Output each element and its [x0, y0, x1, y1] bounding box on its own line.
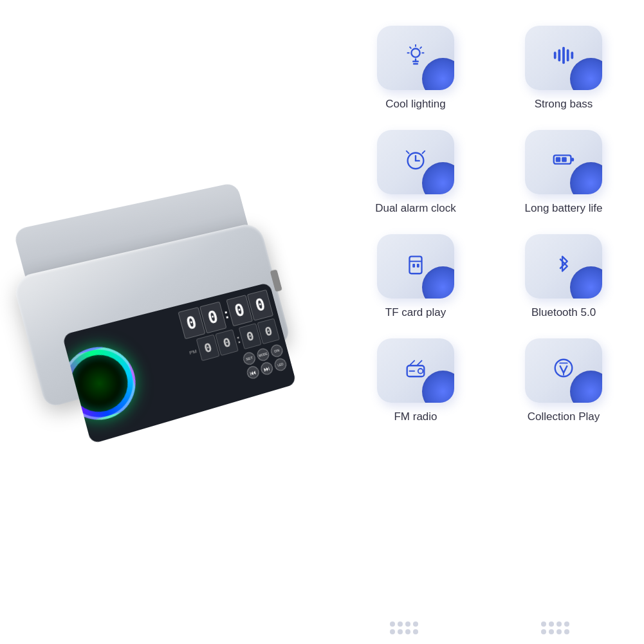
feature-item-tf-card: TF card play [348, 234, 483, 319]
tf-card-icon [403, 252, 428, 282]
svg-rect-12 [567, 49, 569, 61]
feature-icon-box-cool-lighting [377, 26, 454, 90]
feature-label-fm-radio: FM radio [394, 410, 437, 423]
svg-rect-22 [562, 157, 567, 162]
svg-rect-21 [556, 157, 561, 162]
svg-rect-23 [410, 256, 422, 273]
feature-item-long-battery: Long battery life [496, 130, 631, 215]
decorative-dots [328, 621, 631, 634]
feature-icon-box-collection-play [525, 338, 602, 403]
btn-set[interactable]: SET [242, 351, 257, 366]
feature-item-strong-bass: Strong bass [496, 26, 631, 111]
svg-rect-13 [571, 51, 573, 59]
feature-label-collection-play: Collection Play [528, 410, 600, 423]
soundwave-icon [551, 43, 576, 73]
feature-item-bluetooth: Bluetooth 5.0 [496, 234, 631, 319]
feature-label-bluetooth: Bluetooth 5.0 [531, 306, 596, 319]
feature-icon-box-strong-bass [525, 26, 602, 90]
radio-icon [403, 356, 428, 386]
feature-icon-box-fm-radio [377, 338, 454, 403]
side-button[interactable] [270, 269, 282, 291]
features-grid: Cool lightingStrong bassDual alarm clock… [348, 26, 631, 423]
feature-label-tf-card: TF card play [385, 306, 446, 319]
battery-icon [551, 147, 576, 178]
feature-icon-box-bluetooth [525, 234, 602, 299]
feature-item-collection-play: Collection Play [496, 338, 631, 423]
feature-label-long-battery: Long battery life [525, 202, 603, 215]
btn-on[interactable]: ON [270, 343, 284, 358]
speaker-glow [62, 339, 143, 428]
svg-line-5 [420, 46, 422, 48]
svg-rect-25 [412, 264, 415, 268]
svg-point-28 [418, 368, 423, 373]
feature-icon-box-long-battery [525, 130, 602, 194]
product-image-area: 0 0 : 0 0 PM 0 0 : 0 0 [0, 0, 335, 644]
speaker-front: 0 0 : 0 0 PM 0 0 : 0 0 [62, 282, 296, 444]
btn-prev[interactable]: ⏮ [246, 364, 261, 380]
svg-rect-20 [571, 158, 574, 161]
feature-label-cool-lighting: Cool lighting [385, 98, 446, 111]
svg-line-6 [410, 46, 412, 48]
feature-item-cool-lighting: Cool lighting [348, 26, 483, 111]
alarm-clock-icon [403, 147, 428, 178]
features-grid-area: Cool lightingStrong bassDual alarm clock… [348, 26, 631, 423]
btn-led[interactable]: LED [273, 356, 288, 372]
feature-icon-box-tf-card [377, 234, 454, 299]
feature-label-strong-bass: Strong bass [535, 98, 593, 111]
svg-rect-26 [417, 264, 419, 268]
svg-point-0 [411, 48, 419, 57]
feature-label-dual-alarm: Dual alarm clock [375, 202, 456, 215]
svg-rect-11 [562, 46, 565, 64]
feature-icon-box-dual-alarm [377, 130, 454, 194]
feature-item-dual-alarm: Dual alarm clock [348, 130, 483, 215]
collection-icon [551, 356, 576, 386]
clock-display: 0 0 : 0 0 PM 0 0 : 0 0 [147, 288, 291, 414]
pm-label: PM [189, 347, 198, 355]
svg-line-18 [422, 151, 425, 153]
lightbulb-icon [403, 43, 428, 73]
svg-rect-10 [558, 49, 560, 61]
svg-line-17 [407, 151, 409, 153]
svg-rect-9 [554, 51, 557, 59]
speaker-product: 0 0 : 0 0 PM 0 0 : 0 0 [0, 171, 334, 542]
bluetooth-icon [551, 252, 576, 282]
btn-play[interactable]: ⏭ [259, 360, 274, 376]
btn-mode[interactable]: MODE [256, 347, 271, 362]
feature-item-fm-radio: FM radio [348, 338, 483, 423]
